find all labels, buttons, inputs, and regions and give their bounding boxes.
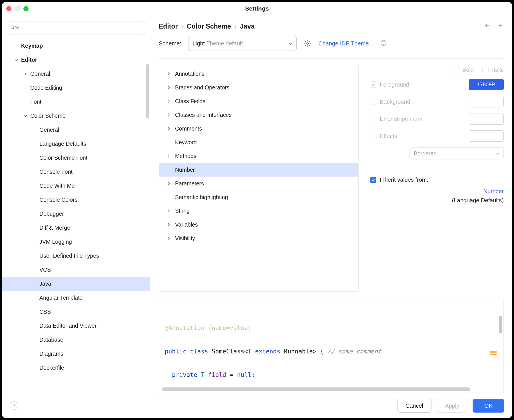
attr-item-braces-and-operators[interactable]: Braces and Operators [159,81,358,94]
inherit-source-link[interactable]: Number [483,188,504,194]
sidebar-item-label: Diagrams [39,351,63,357]
effects-checkbox[interactable]: Effects [370,133,397,139]
sidebar-item-diff-merge[interactable]: Diff & Merge [2,221,150,235]
attr-item-label: Braces and Operators [175,84,230,91]
attr-item-label: Visibility [175,235,195,242]
sidebar-item-editor[interactable]: Editor [2,53,150,67]
settings-sidebar: KeymapEditorGeneralCode EditingFontColor… [2,15,150,393]
settings-tree[interactable]: KeymapEditorGeneralCode EditingFontColor… [2,39,150,393]
chevron-right-icon [167,72,175,75]
sidebar-item-console-colors[interactable]: Console Colors [2,193,150,207]
attr-item-label: Variables [175,221,198,228]
sidebar-item-debugger[interactable]: Debugger [2,207,150,221]
sidebar-item-color-scheme-font[interactable]: Color Scheme Font [2,151,150,165]
code-preview[interactable]: @Annotation (name=value) public class So… [159,299,504,393]
sidebar-item-vcs[interactable]: VCS [2,263,150,277]
sidebar-item-keymap[interactable]: Keymap [2,39,150,53]
sidebar-item-general[interactable]: General [2,123,150,137]
sidebar-item-database[interactable]: Database [2,333,150,347]
scheme-gear-button[interactable] [304,39,312,47]
breadcrumb-item[interactable]: Color Scheme [187,23,231,30]
attr-item-methods[interactable]: Methods [159,149,358,163]
scheme-select[interactable]: Light Theme default [188,36,297,51]
sidebar-item-label: Code Editing [30,85,62,91]
attribute-tree[interactable]: AnnotationsBraces and OperatorsClass Fie… [159,64,359,292]
sidebar-item-css[interactable]: CSS [2,305,150,319]
sidebar-item-label: CSS [39,309,51,315]
attr-item-variables[interactable]: Variables [159,218,358,231]
sidebar-item-label: Angular Template [39,295,83,301]
sidebar-item-jvm-logging[interactable]: JVM Logging [2,235,150,249]
change-theme-link[interactable]: Change IDE Theme... [318,40,374,47]
minimize-window-button[interactable] [15,6,20,11]
attr-item-label: Annotations [175,71,204,77]
attr-item-number[interactable]: Number [159,163,358,177]
sidebar-item-label: Diff & Merge [39,225,70,231]
nav-back-button[interactable] [484,22,490,30]
sidebar-item-dockerfile[interactable]: Dockerfile [2,361,150,375]
svg-line-1 [13,28,14,29]
search-field[interactable] [21,25,142,31]
background-checkbox[interactable]: Background [370,99,410,105]
attr-item-classes-and-interfaces[interactable]: Classes and Interfaces [159,108,358,122]
sidebar-item-data-editor-and-viewer[interactable]: Data Editor and Viewer [2,319,150,333]
chevron-right-icon: › [234,23,237,30]
sidebar-scrollbar[interactable] [146,64,149,118]
inherit-checkbox[interactable]: Inherit values from: [370,177,504,183]
chevron-right-icon [167,113,175,117]
preview-h-scrollbar[interactable] [162,387,470,391]
attr-item-keyword[interactable]: Keyword [159,135,358,149]
sidebar-item-color-scheme[interactable]: Color Scheme [2,109,150,123]
attr-item-annotations[interactable]: Annotations [159,67,358,81]
attr-item-visibility[interactable]: Visibility [159,231,358,245]
sidebar-item-label: Data Editor and Viewer [39,323,97,329]
sidebar-item-language-defaults[interactable]: Language Defaults [2,137,150,151]
help-icon[interactable] [380,40,387,47]
attr-item-label: Classes and Interfaces [175,112,232,118]
sidebar-item-diagrams[interactable]: Diagrams [2,347,150,361]
sidebar-item-font[interactable]: Font [2,95,150,109]
attr-item-class-fields[interactable]: Class Fields [159,94,358,108]
error-stripe[interactable] [492,299,497,393]
sidebar-item-code-with-me[interactable]: Code With Me [2,179,150,193]
attr-item-semantic-highlighting[interactable]: Semantic highlighting [159,190,358,204]
close-window-button[interactable] [6,6,11,11]
attr-item-parameters[interactable]: Parameters [159,177,358,190]
maximize-window-button[interactable] [23,6,29,11]
sidebar-item-label: Color Scheme [30,113,66,119]
breadcrumb-item: Java [240,23,254,30]
sidebar-item-angular-template[interactable]: Angular Template [2,291,150,305]
error-stripe-checkbox[interactable]: Error stripe mark [370,116,422,122]
scheme-label: Scheme: [159,40,181,47]
sidebar-item-console-font[interactable]: Console Font [2,165,150,179]
background-color-swatch[interactable] [469,96,504,107]
cancel-button[interactable]: Cancel [397,399,431,413]
foreground-color-swatch[interactable]: 1750EB [469,79,504,90]
search-input[interactable] [7,21,145,35]
italic-checkbox[interactable]: Italic [482,67,504,73]
attr-item-label: String [175,208,190,214]
attr-item-comments[interactable]: Comments [159,122,358,135]
sidebar-item-code-editing[interactable]: Code Editing [2,81,150,95]
attr-item-label: Number [175,167,195,173]
nav-forward-button[interactable] [497,22,504,30]
error-stripe-color-swatch[interactable] [469,113,504,125]
sidebar-item-user-defined-file-types[interactable]: User-Defined File Types [2,249,150,263]
ok-button[interactable]: OK [473,399,504,413]
effects-color-swatch[interactable] [469,130,504,142]
sidebar-item-label: Dockerfile [39,365,64,371]
help-button[interactable]: ? [10,401,18,410]
effect-type-select[interactable]: Bordered [409,147,504,159]
attr-item-string[interactable]: String [159,204,358,218]
chevron-right-icon [167,99,175,103]
sidebar-item-java[interactable]: Java [2,277,150,291]
titlebar: Settings [2,2,512,15]
foreground-checkbox[interactable]: Foreground [370,81,409,88]
bold-checkbox[interactable]: Bold [453,67,474,73]
svg-point-0 [11,26,13,28]
breadcrumb-item[interactable]: Editor [159,23,178,30]
svg-point-4 [383,44,384,44]
sidebar-item-general[interactable]: General [2,67,150,81]
chevron-right-icon [167,223,175,226]
inherit-source-note: (Language Defaults) [452,197,504,203]
